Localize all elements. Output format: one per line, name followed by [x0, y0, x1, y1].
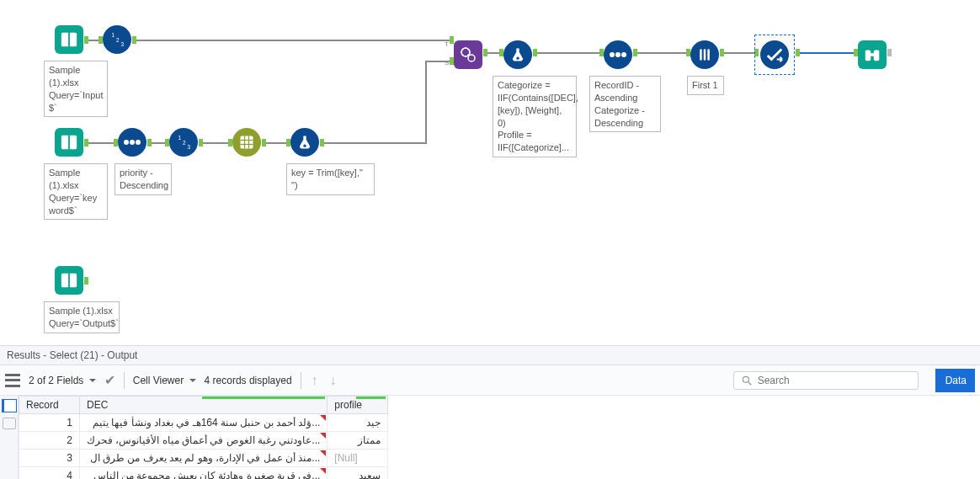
- col-header-record[interactable]: Record: [19, 397, 80, 414]
- svg-point-16: [130, 140, 135, 145]
- annotation-input2: Sample (1).xlsx Query=`key word$`: [44, 163, 108, 220]
- formula-tool-2[interactable]: [503, 40, 532, 69]
- svg-point-27: [743, 376, 748, 382]
- svg-point-15: [124, 140, 129, 145]
- record-id-tool-2[interactable]: 123: [169, 128, 198, 157]
- annotation-sort2: RecordID - Ascending Categorize - Descen…: [589, 76, 661, 132]
- menu-icon[interactable]: [5, 374, 20, 387]
- formula-tool-1[interactable]: [290, 128, 319, 157]
- annotation-formula1: key = Trim([key]," "): [286, 163, 375, 195]
- annotation-sample: First 1: [687, 76, 724, 95]
- arrow-up-icon[interactable]: ↑: [310, 373, 320, 388]
- sort-tool-2[interactable]: [604, 40, 632, 69]
- svg-point-7: [615, 52, 620, 57]
- svg-text:3: 3: [121, 41, 125, 47]
- sort-tool-1[interactable]: [118, 128, 146, 157]
- browse-tool[interactable]: [858, 40, 887, 69]
- svg-point-5: [516, 57, 519, 60]
- grid-view-tab[interactable]: [2, 399, 17, 412]
- results-toolbar: 2 of 2 Fields ✔ Cell Viewer 4 records di…: [0, 365, 980, 396]
- col-header-profile[interactable]: profile: [328, 397, 388, 414]
- svg-point-6: [610, 52, 615, 57]
- svg-rect-11: [707, 49, 710, 60]
- svg-text:2: 2: [183, 140, 186, 146]
- svg-text:2: 2: [116, 37, 120, 43]
- search-input[interactable]: [758, 375, 911, 386]
- search-box[interactable]: [733, 371, 919, 390]
- svg-point-4: [468, 55, 475, 61]
- alt-view-tab[interactable]: [3, 418, 16, 429]
- svg-rect-9: [700, 49, 702, 60]
- svg-rect-10: [704, 49, 706, 60]
- col-header-dec[interactable]: DEC: [80, 397, 328, 414]
- input-data-tool-2[interactable]: [55, 128, 83, 157]
- svg-rect-14: [870, 53, 875, 56]
- annotation-input1: Sample (1).xlsx Query=`Input $`: [44, 61, 108, 117]
- data-button[interactable]: Data: [935, 369, 975, 392]
- arrow-down-icon[interactable]: ↓: [328, 373, 338, 388]
- svg-point-8: [621, 52, 626, 57]
- svg-line-28: [748, 381, 751, 385]
- record-id-tool-1[interactable]: 123: [103, 25, 131, 54]
- annotation-input3: Sample (1).xlsx Query=`Output$`: [44, 301, 120, 333]
- workflow-canvas[interactable]: 123 Sample (1).xlsx Query=`Input $` T S …: [0, 0, 980, 345]
- svg-rect-21: [241, 136, 253, 149]
- svg-text:1: 1: [178, 135, 182, 141]
- results-table[interactable]: Record DEC profile 1 ...ؤلد أحمد بن حنبل…: [19, 396, 388, 479]
- svg-rect-12: [865, 51, 871, 61]
- tile-tool[interactable]: [232, 128, 261, 157]
- table-row[interactable]: 1 ...ؤلد أحمد بن حنبل سنة 164هـ في بغداد…: [19, 414, 388, 432]
- svg-point-17: [136, 140, 141, 145]
- annotation-formula2: Categorize = IIF(Contains([DEC], [key]),…: [493, 76, 577, 157]
- svg-rect-13: [874, 51, 879, 61]
- side-tabs: [0, 396, 19, 479]
- input-data-tool-3[interactable]: [55, 266, 83, 295]
- sample-tool[interactable]: [690, 40, 719, 69]
- results-header: Results - Select (21) - Output: [0, 345, 980, 365]
- fields-dropdown[interactable]: 2 of 2 Fields: [29, 375, 96, 386]
- select-tool[interactable]: [760, 40, 789, 69]
- table-row[interactable]: 3 ...منذ أن عمل في الإدارة، وهو لم يعد ي…: [19, 450, 388, 467]
- results-grid-area: Record DEC profile 1 ...ؤلد أحمد بن حنبل…: [0, 396, 980, 479]
- table-row[interactable]: 4 ...في قرية صغيرة وهادئة كان يعيش مجموع…: [19, 467, 388, 480]
- table-row[interactable]: 2 ...عاودتني رغبة الغوص في أعماق مياه ال…: [19, 432, 388, 450]
- append-fields-tool[interactable]: [454, 40, 482, 69]
- input-data-tool-1[interactable]: [55, 25, 83, 54]
- svg-point-26: [303, 145, 306, 147]
- records-displayed: 4 records displayed: [205, 375, 292, 386]
- svg-text:1: 1: [112, 32, 115, 38]
- svg-text:3: 3: [188, 144, 191, 150]
- annotation-sort1: priority - Descending: [115, 163, 172, 195]
- search-icon: [741, 375, 753, 386]
- check-icon[interactable]: ✔: [104, 372, 115, 388]
- cell-viewer-dropdown[interactable]: Cell Viewer: [133, 375, 196, 386]
